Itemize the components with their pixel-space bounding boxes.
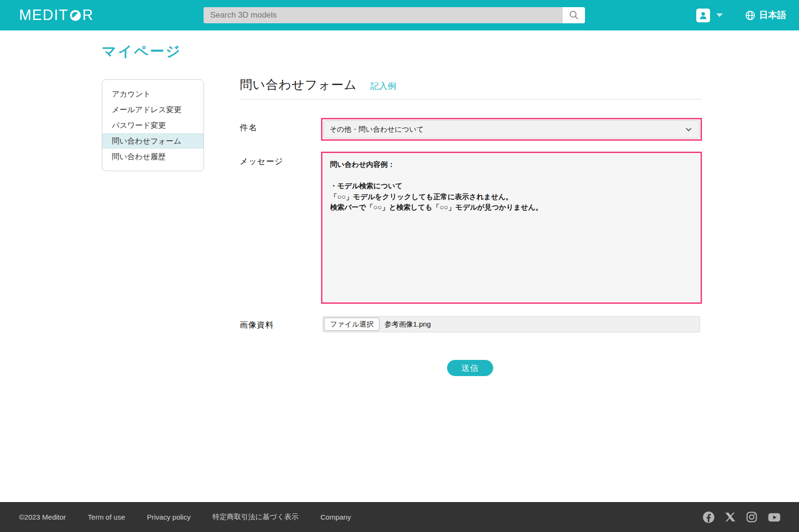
search-icon — [568, 10, 580, 21]
x-icon[interactable] — [725, 512, 736, 522]
header-right-cluster: 日本語 — [696, 0, 786, 30]
sidebar-item-contact-history[interactable]: 問い合わせ履歴 — [102, 149, 204, 164]
brand-logo[interactable]: MEDIT R — [19, 0, 94, 30]
subject-selected-value: その他・問い合わせについて — [330, 125, 424, 134]
sidebar-item-account[interactable]: アカウント — [102, 86, 204, 102]
social-links — [702, 502, 781, 532]
image-label: 画像資料 — [240, 319, 274, 330]
sidebar-item-email-change[interactable]: メールアドレス変更 — [102, 102, 204, 117]
globe-icon — [745, 10, 756, 21]
footer-link-company[interactable]: Company — [321, 513, 351, 521]
search-bar — [204, 7, 585, 23]
brand-text-suffix: R — [82, 7, 94, 24]
chevron-down-icon — [684, 125, 693, 134]
language-label: 日本語 — [759, 9, 786, 21]
example-link[interactable]: 記入例 — [370, 80, 396, 92]
page-title: マイページ — [102, 42, 182, 61]
message-textarea[interactable]: 問い合わせ内容例： ・モデル検索について 「○○」モデルをクリックしても正常に表… — [321, 152, 702, 304]
youtube-icon[interactable] — [768, 511, 781, 524]
message-label: メッセージ — [240, 156, 283, 167]
subject-select-box: その他・問い合わせについて — [323, 120, 700, 138]
page: MEDIT R — [0, 0, 799, 532]
submit-button[interactable]: 送信 — [447, 360, 493, 376]
user-icon — [698, 10, 708, 20]
sidebar-nav: アカウント メールアドレス変更 パスワード変更 問い合わせフォーム 問い合わせ履… — [102, 79, 204, 171]
file-select-button[interactable]: ファイル選択 — [324, 318, 380, 331]
caret-down-icon[interactable] — [716, 13, 723, 17]
copyright: ©2023 Meditor — [19, 513, 66, 521]
form-title: 問い合わせフォーム — [240, 77, 357, 93]
brand-o-icon — [69, 9, 82, 22]
sidebar-item-password-change[interactable]: パスワード変更 — [102, 117, 204, 133]
brand-text-prefix: MEDIT — [19, 7, 68, 24]
search-input[interactable] — [204, 7, 563, 23]
subject-select[interactable]: その他・問い合わせについて — [321, 118, 702, 141]
instagram-icon[interactable] — [746, 511, 758, 523]
footer-link-privacy[interactable]: Privacy policy — [147, 513, 191, 521]
subject-label: 件名 — [240, 122, 258, 133]
footer: ©2023 Meditor Term of use Privacy policy… — [0, 502, 799, 532]
footer-link-terms[interactable]: Term of use — [88, 513, 125, 521]
sidebar-item-contact-form[interactable]: 問い合わせフォーム — [102, 133, 204, 149]
header: MEDIT R — [0, 0, 799, 30]
footer-link-tokushoho[interactable]: 特定商取引法に基づく表示 — [213, 513, 299, 522]
search-button[interactable] — [563, 7, 585, 23]
user-menu-button[interactable] — [696, 9, 710, 22]
language-selector[interactable]: 日本語 — [745, 9, 786, 21]
form-header: 問い合わせフォーム 記入例 — [240, 77, 702, 99]
facebook-icon[interactable] — [702, 511, 715, 523]
file-input-field[interactable]: ファイル選択 参考画像1.png — [322, 316, 700, 332]
file-name: 参考画像1.png — [384, 320, 431, 329]
